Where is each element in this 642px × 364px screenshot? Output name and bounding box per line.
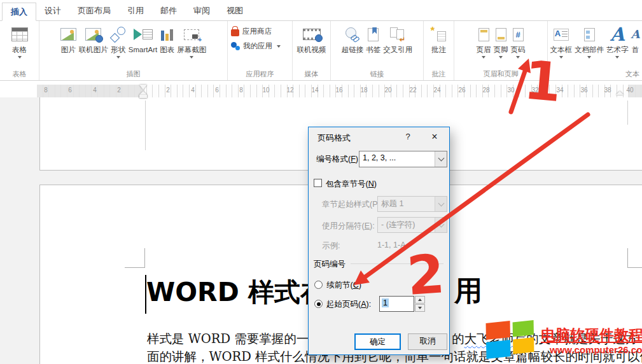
screenshot-button[interactable]: 屏幕截图 [176, 22, 207, 69]
footer-button[interactable]: 页脚 [492, 22, 510, 69]
group-label-apps: 应用程序 [228, 69, 292, 80]
ribbon-group-illustrations: 图片 联机图片 形状 SmartArt 图表 [39, 21, 228, 80]
quick-parts-button[interactable]: 文档部件 [573, 22, 605, 69]
example-value: 1-1, 1-A [377, 241, 405, 249]
number-format-combobox[interactable]: 1, 2, 3, ... [359, 151, 447, 167]
cross-reference-button-label: 交叉引用 [383, 46, 412, 54]
ruler-number: 34 [556, 87, 563, 94]
smartart-button[interactable]: SmartArt [127, 22, 158, 69]
start-at-input[interactable]: 1 [379, 296, 414, 312]
first-line-indent-marker[interactable] [139, 85, 147, 90]
chevron-down-icon[interactable] [499, 56, 503, 59]
continue-from-previous-radio[interactable] [314, 281, 323, 289]
ruler-number: 14 [311, 87, 318, 94]
tab-design[interactable]: 设计 [36, 2, 69, 20]
online-pictures-icon [85, 28, 101, 41]
chevron-down-icon[interactable] [615, 56, 619, 59]
text-box-button[interactable]: A 文本框 [549, 22, 574, 69]
chevron-down-icon [438, 155, 444, 162]
hyperlink-button-label: 超链接 [342, 46, 364, 54]
access-key: E [365, 221, 370, 230]
cancel-button[interactable]: 取消 [408, 333, 447, 350]
label-text: ) [359, 281, 361, 290]
globe-icon [95, 35, 103, 43]
ruler-number: 26 [458, 87, 465, 94]
include-chapter-label[interactable]: 包含章节号(N) [326, 179, 377, 190]
crop-mark-left [144, 248, 145, 268]
shapes-icon [111, 27, 126, 42]
spinner-up-icon[interactable] [415, 296, 425, 304]
help-icon[interactable]: ? [399, 130, 417, 144]
chevron-down-icon[interactable] [18, 56, 22, 59]
chevron-down-icon[interactable] [277, 45, 281, 48]
start-at-radio[interactable] [314, 300, 323, 308]
ribbon-group-header-footer: 页眉 页脚 # 页码 页眉和页脚 [454, 21, 548, 80]
shapes-button[interactable]: 形状 [109, 22, 127, 69]
drop-cap-button[interactable]: A 首 [630, 22, 641, 69]
online-pictures-button[interactable]: 联机图片 [78, 22, 109, 69]
comment-button-label: 批注 [431, 46, 446, 54]
chart-icon [161, 28, 173, 41]
online-video-icon [303, 29, 321, 40]
ruler-number: 2 [166, 87, 170, 94]
bookmark-button[interactable]: 书签 [365, 22, 382, 69]
ruler-number: 32 [531, 87, 538, 94]
ruler-number: 38 [604, 87, 611, 94]
ok-button[interactable]: 确定 [354, 333, 401, 350]
online-video-button[interactable]: 联机视频 [296, 22, 328, 69]
chevron-down-icon[interactable] [482, 56, 485, 59]
label-text: ): [366, 300, 372, 309]
bookmark-icon [368, 28, 379, 41]
word-window: 插入 设计 页面布局 引用 邮件 审阅 视图 表格 表格 图片 [0, 0, 642, 364]
store-button[interactable]: 应用商店 [231, 27, 281, 36]
tab-review[interactable]: 审阅 [185, 2, 218, 20]
ruler-number: 28 [482, 87, 489, 94]
include-chapter-checkbox[interactable] [314, 179, 322, 187]
wordart-button[interactable]: A 艺术字 [605, 22, 630, 69]
chevron-down-icon[interactable] [516, 56, 520, 59]
ribbon-group-links: 超链接 书签 ↵ 交叉引用 链接 [331, 21, 424, 80]
tab-view[interactable]: 视图 [218, 2, 251, 20]
my-apps-button-label: 我的应用 [243, 41, 272, 51]
spinner-down-icon[interactable] [415, 304, 425, 312]
chevron-down-icon[interactable] [587, 56, 591, 59]
table-button[interactable]: 表格 [10, 22, 29, 69]
chapter-style-value: 标题 1 [378, 197, 435, 211]
header-button[interactable]: 页眉 [475, 22, 492, 69]
hanging-indent-marker[interactable] [139, 91, 147, 95]
shapes-button-label: 形状 [111, 46, 125, 54]
tab-references[interactable]: 引用 [119, 2, 152, 20]
crop-mark-right [627, 267, 642, 268]
label-text: ) [374, 179, 377, 188]
page-numbering-group-label: 页码编号 [314, 259, 345, 270]
start-at-spinner[interactable]: 1 [379, 296, 425, 312]
chapter-style-combobox: 标题 1 [377, 196, 447, 212]
access-key: A [361, 300, 366, 309]
chevron-down-icon[interactable] [559, 56, 563, 59]
chevron-down-icon[interactable] [116, 56, 120, 59]
cross-reference-button[interactable]: ↵ 交叉引用 [382, 22, 414, 69]
page-number-button[interactable]: # 页码 [510, 22, 527, 69]
my-apps-button[interactable]: 我的应用 [231, 41, 281, 51]
separator-label: 使用分隔符(E): [322, 221, 375, 232]
continue-from-previous-label[interactable]: 续前节(C) [326, 280, 361, 291]
number-format-value: 1, 2, 3, ... [359, 151, 435, 167]
close-icon[interactable]: × [426, 130, 443, 144]
flag-icon [372, 27, 377, 34]
hyperlink-button[interactable]: 超链接 [340, 22, 365, 69]
separator-value: - (连字符) [378, 218, 435, 232]
right-indent-marker[interactable] [616, 91, 624, 95]
group-label-text: 文本 [548, 69, 642, 80]
header-icon [478, 28, 489, 41]
comment-button[interactable]: * 批注 [430, 22, 447, 69]
horizontal-ruler[interactable]: 8642 24681012141618202224262830323436384… [37, 85, 642, 97]
tab-mailings[interactable]: 邮件 [152, 2, 185, 20]
tab-insert[interactable]: 插入 [2, 3, 36, 21]
combo-drop-button[interactable] [435, 151, 447, 167]
right-margin-guide [627, 101, 628, 125]
chart-button[interactable]: 图表 [158, 22, 176, 69]
tab-page-layout[interactable]: 页面布局 [69, 2, 119, 20]
chevron-down-icon[interactable] [190, 56, 193, 59]
start-at-label[interactable]: 起始页码(A): [326, 299, 371, 310]
pictures-button[interactable]: 图片 [59, 22, 78, 69]
